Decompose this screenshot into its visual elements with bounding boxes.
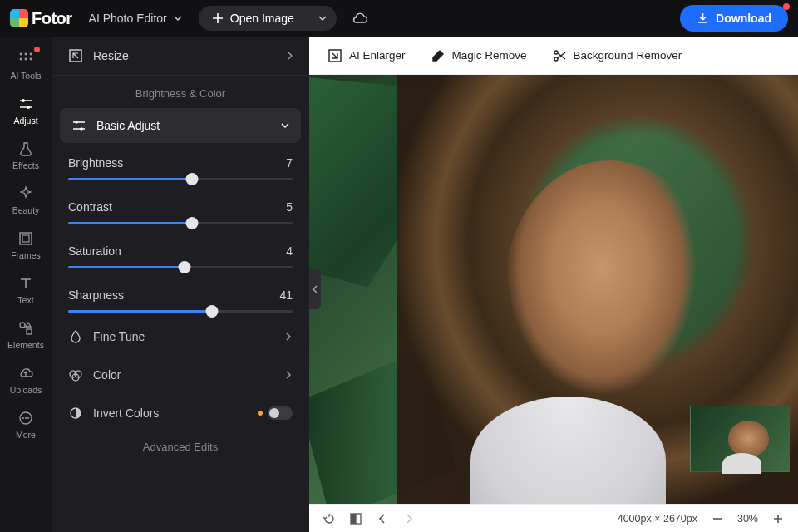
fine-tune-label: Fine Tune	[93, 330, 274, 343]
fine-tune-row[interactable]: Fine Tune	[52, 318, 309, 356]
canvas-stage[interactable]	[309, 75, 798, 504]
rail-beauty[interactable]: Beauty	[0, 178, 52, 223]
slider-track[interactable]	[68, 178, 293, 180]
redo-button[interactable]	[401, 510, 417, 527]
nav-rail: AI Tools Adjust Effects Beauty Frames Te…	[0, 37, 52, 532]
rail-more[interactable]: More	[0, 402, 52, 447]
invert-indicator	[258, 406, 293, 420]
svg-point-18	[80, 127, 83, 131]
slider-value: 41	[279, 288, 293, 302]
logo-mark-icon	[10, 9, 28, 27]
editor-mode-label: AI Photo Editor	[89, 12, 167, 25]
svg-point-25	[554, 57, 558, 61]
rail-text[interactable]: Text	[0, 268, 52, 313]
chevron-right-icon	[284, 371, 293, 379]
slider-thumb[interactable]	[179, 261, 191, 273]
frame-icon	[17, 230, 34, 247]
scissors-icon	[552, 48, 567, 63]
color-row[interactable]: Color	[52, 356, 309, 394]
rail-frames[interactable]: Frames	[0, 223, 52, 268]
open-image-split-button[interactable]	[308, 8, 337, 28]
ai-enlarger-label: AI Enlarger	[349, 49, 406, 62]
chevron-right-icon	[286, 52, 294, 60]
panel-collapse-handle[interactable]	[309, 269, 321, 309]
invert-toggle[interactable]	[268, 406, 293, 420]
magic-remove-button[interactable]: Magic Remove	[431, 48, 527, 63]
zoom-level: 30%	[737, 513, 758, 525]
download-label: Download	[716, 12, 771, 25]
svg-point-10	[20, 323, 25, 328]
svg-point-17	[75, 121, 78, 124]
rail-effects[interactable]: Effects	[0, 133, 52, 178]
slider-label: Brightness	[68, 156, 123, 170]
open-image-label: Open Image	[230, 12, 294, 25]
history-button[interactable]	[321, 510, 337, 527]
slider-track[interactable]	[68, 266, 293, 268]
download-icon	[697, 12, 709, 25]
undo-button[interactable]	[374, 510, 391, 527]
chevron-down-icon	[318, 14, 327, 22]
bg-remove-button[interactable]: Background Remover	[552, 48, 682, 63]
canvas-area: AI Enlarger Magic Remove Background Remo…	[309, 37, 798, 532]
slider-track[interactable]	[68, 222, 293, 224]
slider-thumb[interactable]	[205, 305, 218, 318]
compare-button[interactable]	[347, 510, 364, 527]
invert-colors-row[interactable]: Invert Colors	[52, 394, 309, 432]
cloud-sync-button[interactable]	[345, 7, 375, 29]
editor-mode-dropdown[interactable]: AI Photo Editor	[81, 7, 190, 30]
zoom-in-button[interactable]	[770, 510, 786, 527]
svg-point-6	[22, 99, 25, 102]
ai-enlarger-button[interactable]: AI Enlarger	[328, 48, 406, 63]
rail-uploads[interactable]: Uploads	[0, 357, 52, 402]
slider-brightness: Brightness7	[68, 156, 293, 180]
resize-icon	[68, 48, 83, 63]
advanced-edits-header: Advanced Edits	[52, 432, 309, 461]
notification-badge	[783, 3, 790, 10]
svg-point-14	[25, 417, 27, 419]
shapes-icon	[17, 320, 34, 337]
svg-rect-8	[20, 233, 32, 244]
svg-point-5	[30, 58, 32, 61]
compare-icon	[349, 512, 362, 525]
zoom-out-button[interactable]	[709, 510, 726, 527]
app-header: Fotor AI Photo Editor Open Image Downloa…	[0, 0, 798, 37]
rail-adjust[interactable]: Adjust	[0, 88, 52, 133]
svg-rect-11	[27, 329, 32, 334]
color-label: Color	[93, 368, 274, 382]
slider-label: Saturation	[68, 244, 121, 258]
rail-ai-tools[interactable]: AI Tools	[0, 43, 52, 88]
svg-point-0	[20, 53, 22, 56]
brand-logo[interactable]: Fotor	[10, 9, 72, 28]
color-wheel-icon	[68, 367, 83, 382]
slider-saturation: Saturation4	[68, 244, 293, 268]
sparkle-icon	[17, 185, 34, 202]
slider-track[interactable]	[68, 310, 293, 313]
arrow-right-icon	[402, 512, 416, 525]
text-icon	[17, 275, 34, 292]
basic-adjust-accordion[interactable]: Basic Adjust	[60, 108, 301, 143]
basic-adjust-label: Basic Adjust	[96, 119, 271, 132]
slider-label: Sharpness	[68, 288, 124, 302]
slider-thumb[interactable]	[185, 217, 198, 229]
history-icon	[323, 512, 336, 525]
upload-cloud-icon	[17, 365, 34, 382]
slider-value: 7	[286, 156, 293, 170]
ellipsis-icon	[17, 410, 34, 426]
rail-elements[interactable]: Elements	[0, 313, 52, 357]
svg-point-2	[30, 53, 32, 56]
open-image-button[interactable]: Open Image	[199, 6, 308, 31]
sparkle-grid-icon	[17, 51, 34, 67]
svg-point-1	[25, 53, 27, 56]
svg-point-7	[27, 106, 30, 109]
plus-icon	[212, 12, 224, 24]
resize-row[interactable]: Resize	[52, 37, 309, 76]
slider-thumb[interactable]	[185, 173, 198, 185]
eraser-icon	[431, 48, 446, 63]
invert-label: Invert Colors	[93, 406, 248, 420]
download-button[interactable]: Download	[680, 5, 788, 32]
chevron-down-icon	[281, 121, 289, 130]
canvas-minimap[interactable]	[690, 406, 790, 472]
canvas-toolbar: AI Enlarger Magic Remove Background Remo…	[309, 37, 798, 75]
canvas-dimensions: 4000px × 2670px	[618, 513, 697, 525]
plus-icon	[772, 513, 784, 525]
